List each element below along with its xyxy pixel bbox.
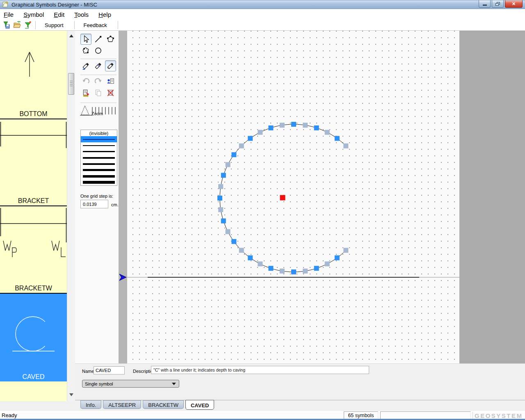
curve-anchor-handle[interactable] [314,266,319,271]
curve-control-handle[interactable] [258,130,262,135]
close-button[interactable]: ✕ [505,0,523,8]
menu-bar: FileSymbolEditToolsHelp [0,9,525,20]
curve-anchor-handle[interactable] [268,126,273,130]
line-width-option[interactable] [81,179,117,185]
curve-control-handle[interactable] [325,130,330,135]
copy-button[interactable] [93,87,104,98]
curve-anchor-handle[interactable] [335,256,340,260]
status-separator [472,412,473,418]
curve-control-handle[interactable] [218,184,223,189]
freeform-tool[interactable] [80,45,91,56]
curve-control-handle[interactable] [239,144,244,148]
curve-control-handle[interactable] [226,229,231,234]
curve-anchor-handle[interactable] [248,136,253,141]
line-width-sample [83,181,115,184]
curve-control-handle[interactable] [218,207,223,212]
canvas[interactable] [127,31,459,363]
application-window: Graphical Symbols Designer - MISC ✕ File… [0,0,525,420]
symbol-center-marker[interactable] [280,195,285,201]
curve-anchor-handle[interactable] [268,266,273,271]
replace-symbol-button[interactable] [105,76,116,87]
line-width-option[interactable] [81,142,117,148]
curve-control-handle[interactable] [280,123,285,128]
description-input[interactable] [151,366,369,374]
minimize-button[interactable] [479,0,491,8]
undo-button[interactable] [80,76,91,87]
toolbar-separator [35,21,36,29]
line-width-option[interactable] [81,136,117,142]
app-icon [2,1,9,8]
line-width-option[interactable] [81,148,117,155]
symbol-type-dropdown[interactable]: Single symbol [82,380,179,388]
line-tool[interactable] [93,34,104,45]
support-button[interactable]: Support [37,21,71,30]
curve-control-handle[interactable] [325,261,330,266]
tab-bracketw[interactable]: BRACKETW [143,400,184,409]
toolbar: Support Feedback [0,20,525,31]
line-width-sample [83,139,115,140]
curve-control-handle[interactable] [343,248,348,253]
line-width-invisible-option[interactable]: (invisible) [81,130,117,136]
menu-symbol[interactable]: Symbol [21,10,46,19]
feedback-button[interactable]: Feedback [76,21,114,30]
export-symbol-button[interactable] [80,87,91,98]
curve-control-handle[interactable] [226,162,231,167]
symbol-item-bracket[interactable]: BRACKET [0,119,67,206]
name-input[interactable] [94,366,125,374]
symbol-item-bottom[interactable]: BOTTOM [0,31,67,119]
symbol-item-bracketw[interactable]: BRACKETW [0,206,67,294]
line-width-option[interactable] [81,161,117,167]
curve-anchor-handle[interactable] [314,126,319,130]
baseline-pointer-icon[interactable] [119,274,127,281]
curve-control-handle[interactable] [303,269,308,274]
save-symbol-icon[interactable] [2,21,11,29]
line-width-sample [83,163,115,165]
curve-anchor-handle[interactable] [231,152,236,157]
scroll-up-icon[interactable] [69,34,73,37]
curve-anchor-handle[interactable] [335,136,340,141]
bracket-w-glyph [0,206,67,294]
line-width-option[interactable] [81,167,117,173]
maximize-button[interactable] [492,0,504,8]
curve-anchor-handle[interactable] [291,122,296,127]
filter-symbols-icon[interactable] [24,21,32,29]
grid-step-input[interactable] [80,200,108,208]
tab-caved[interactable]: CAVED [185,400,215,410]
curve-anchor-handle[interactable] [221,173,226,178]
scrollbar-thumb[interactable] [68,73,74,95]
tab-altseepr[interactable]: ALTSEEPR [103,400,141,409]
curve-anchor-handle[interactable] [221,219,226,224]
grid-step-unit: cm. [111,202,119,207]
hatch-fill-tool[interactable] [105,60,116,71]
redo-button[interactable] [93,76,104,87]
curve-control-handle[interactable] [303,123,308,128]
curve-control-handle[interactable] [280,269,285,274]
curve-control-handle[interactable] [343,144,348,148]
curve-anchor-handle[interactable] [231,239,236,244]
curve-anchor-handle[interactable] [248,256,253,260]
menu-tools[interactable]: Tools [72,10,91,19]
tab-info[interactable]: Info. [80,400,101,409]
menu-edit[interactable]: Edit [52,10,66,19]
symbol-count: 65 symbols [348,413,374,418]
curve-anchor-handle[interactable] [217,196,222,201]
menu-help[interactable]: Help [96,10,113,19]
curve-control-handle[interactable] [239,248,244,253]
menu-file[interactable]: File [2,10,16,19]
symbol-list-scrollbar[interactable] [67,31,75,401]
curve-control-handle[interactable] [258,261,262,266]
line-width-option[interactable] [81,155,117,161]
scroll-down-icon[interactable] [69,393,73,396]
line-width-option[interactable] [81,173,117,179]
polygon-tool[interactable] [105,34,116,45]
ellipse-tool[interactable] [93,45,104,56]
scrollbar-grip [70,81,73,87]
fill-tool[interactable] [80,60,91,71]
line-width-list[interactable]: (invisible) [80,130,117,186]
open-folder-icon[interactable] [13,21,21,29]
curve-anchor-handle[interactable] [291,269,296,274]
symbol-item-caved[interactable]: CAVED [0,294,67,381]
pen-tool[interactable] [93,60,104,71]
delete-symbol-button[interactable] [105,87,116,98]
select-tool[interactable] [80,34,91,45]
